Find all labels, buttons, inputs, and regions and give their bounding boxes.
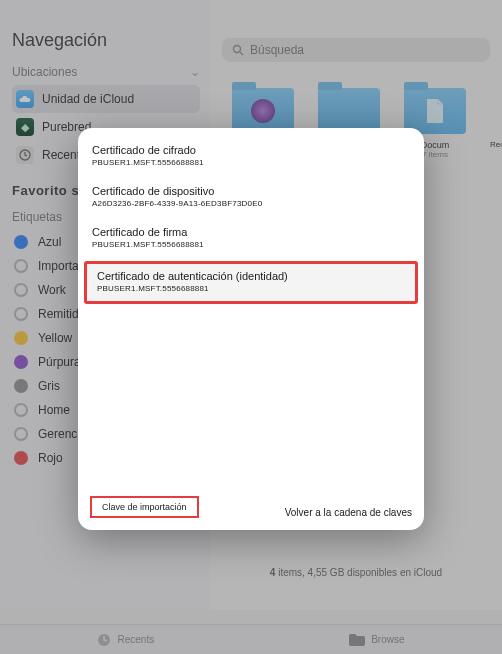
import-key-button[interactable]: Clave de importación (90, 496, 199, 518)
tag-dot-icon (14, 427, 28, 441)
tab-bar: Recents Browse (0, 624, 502, 654)
favorites-label: Favorito (12, 183, 67, 198)
sidebar-item-label: Unidad de iCloud (42, 92, 134, 106)
cert-item-encryption[interactable]: Certificado de cifrado PBUSER1.MSFT.5556… (78, 136, 424, 177)
tag-label: Home (38, 403, 70, 417)
tag-dot-icon (14, 403, 28, 417)
cert-title: Certificado de autenticación (identidad) (97, 270, 405, 282)
chevron-down-icon: ⌄ (190, 65, 200, 79)
cert-sub: PBUSER1.MSFT.5556688881 (97, 284, 405, 293)
tag-label: Rojo (38, 451, 63, 465)
cert-sub: PBUSER1.MSFT.5556688881 (92, 158, 410, 167)
tag-dot-icon (14, 259, 28, 273)
cert-item-device[interactable]: Certificado de dispositivo A26D3236-2BF6… (78, 177, 424, 218)
cert-title: Certificado de cifrado (92, 144, 410, 156)
status-text: 4 items, 4,55 GB disponibles en iCloud (210, 567, 502, 578)
search-input[interactable]: Búsqueda (222, 38, 490, 62)
svg-point-1 (234, 46, 241, 53)
tag-label: Azul (38, 235, 61, 249)
purebred-icon: ◆ (16, 118, 34, 136)
tag-dot-icon (14, 307, 28, 321)
folder-icon (404, 88, 466, 134)
clock-icon (16, 146, 34, 164)
search-placeholder: Búsqueda (250, 43, 304, 57)
tag-dot-icon (14, 235, 28, 249)
locations-header[interactable]: Ubicaciones ⌄ (12, 65, 200, 79)
certificate-list: Certificado de cifrado PBUSER1.MSFT.5556… (78, 128, 424, 488)
cert-sub: A26D3236-2BF6-4339-9A13-6ED3BF73D0E0 (92, 199, 410, 208)
sidebar-item-icloud[interactable]: Unidad de iCloud (12, 85, 200, 113)
cert-item-signature[interactable]: Certificado de firma PBUSER1.MSFT.555668… (78, 218, 424, 259)
folder-icon (349, 634, 365, 646)
tag-dot-icon (14, 379, 28, 393)
tab-label: Browse (371, 634, 404, 645)
folder-item[interactable]: Redes (490, 88, 502, 159)
tag-dot-icon (14, 283, 28, 297)
folder-label: Redes (490, 140, 502, 149)
locations-label: Ubicaciones (12, 65, 77, 79)
tab-recents[interactable]: Recents (97, 633, 154, 647)
tab-label: Recents (117, 634, 154, 645)
certificate-modal: Certificado de cifrado PBUSER1.MSFT.5556… (78, 128, 424, 530)
nav-title: Navegación (12, 30, 200, 51)
tag-label: Work (38, 283, 66, 297)
cert-title: Certificado de firma (92, 226, 410, 238)
tab-browse[interactable]: Browse (349, 634, 404, 646)
clock-icon (97, 633, 111, 647)
cert-sub: PBUSER1.MSFT.5556688881 (92, 240, 410, 249)
tag-dot-icon (14, 451, 28, 465)
tag-label: Gris (38, 379, 60, 393)
cert-item-auth-identity[interactable]: Certificado de autenticación (identidad)… (84, 261, 418, 304)
cert-title: Certificado de dispositivo (92, 185, 410, 197)
back-keychain-button[interactable]: Volver a la cadena de claves (285, 507, 412, 518)
search-icon (232, 44, 244, 56)
tag-label: Púrpura (38, 355, 81, 369)
tag-dot-icon (14, 331, 28, 345)
icloud-icon (16, 90, 34, 108)
tag-label: Yellow (38, 331, 72, 345)
tag-dot-icon (14, 355, 28, 369)
